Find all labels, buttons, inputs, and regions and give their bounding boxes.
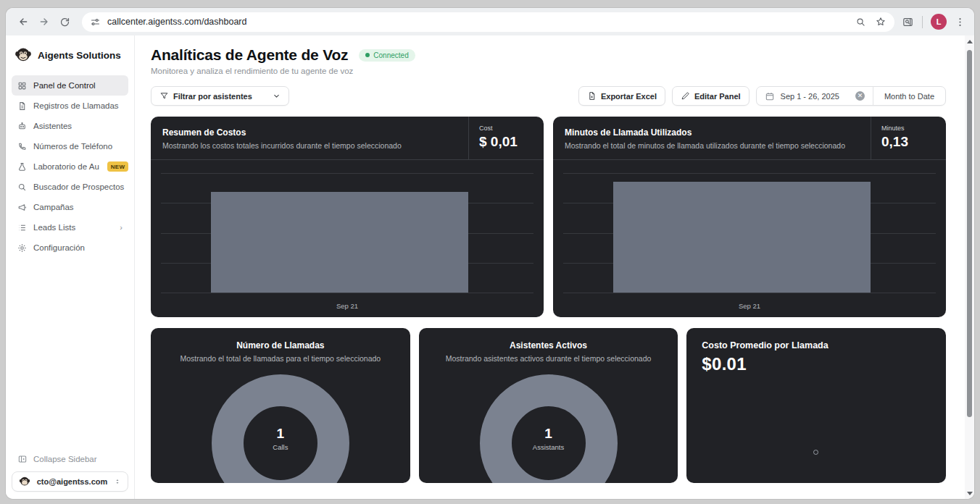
account-email: cto@aigentss.com <box>36 477 109 486</box>
address-bar[interactable]: callcenter.aigentss.com/dashboard <box>82 12 894 32</box>
minutes-card-header: Minutos de Llamada Utilizados Mostrando … <box>553 117 946 160</box>
status-badge: Connected <box>359 49 415 62</box>
avg-cost-title: Costo Promedio por Llamada <box>702 340 931 350</box>
sidebar-item-laboratorio[interactable]: Laboratorio de Au NEW <box>12 156 128 177</box>
cost-card-header: Resumen de Costos Mostrando los costos t… <box>151 117 544 160</box>
chevron-down-icon <box>273 92 281 100</box>
date-range-control: Sep 1 - 26, 2025 ✕ Month to Date <box>756 86 946 106</box>
bookmark-star-icon[interactable] <box>875 16 886 28</box>
page-title: Analíticas de Agente de Voz <box>151 46 348 64</box>
assistants-unit: Assistants <box>533 443 564 451</box>
list-icon <box>17 223 27 232</box>
active-assistants-card: Asistentes Activos Mostrando asistentes … <box>419 328 678 483</box>
assistants-card-subtitle: Mostrando asistentes activos durante el … <box>419 354 678 363</box>
sidebar-item-leads-lists[interactable]: Leads Lists › <box>12 217 128 238</box>
sidebar-item-label: Laboratorio de Au <box>33 162 99 171</box>
sidebar-item-panel-de-control[interactable]: Panel de Control <box>12 75 128 96</box>
browser-actions: L <box>902 14 967 30</box>
gridline <box>563 293 936 293</box>
minutes-x-axis-label: Sep 21 <box>553 302 946 310</box>
month-to-date-button[interactable]: Month to Date <box>873 92 945 101</box>
minutes-bar-chart[interactable]: Sep 21 <box>553 160 946 317</box>
account-monkey-avatar-icon <box>19 476 30 487</box>
scrollbar-down-arrow-icon[interactable] <box>967 492 973 495</box>
filter-assistants-dropdown[interactable]: Filtrar por asistentes <box>151 86 289 106</box>
back-arrow-icon <box>17 16 29 28</box>
avg-cost-data-point <box>813 450 818 455</box>
sidebar-item-buscador-de-prospectos[interactable]: Buscador de Prospectos <box>12 177 128 197</box>
cost-bar[interactable] <box>211 192 468 293</box>
profile-avatar[interactable]: L <box>931 14 947 30</box>
page-scrollbar[interactable] <box>965 35 974 499</box>
bot-icon <box>17 122 27 131</box>
minutes-card-subtitle: Mostrando el total de minutos de llamada… <box>565 141 859 150</box>
cost-stat-label: Cost <box>479 125 533 132</box>
clear-date-button[interactable]: ✕ <box>855 91 865 101</box>
filter-dropdown-label: Filtrar por asistentes <box>173 92 252 101</box>
minutes-stat-label: Minutes <box>881 125 936 132</box>
document-icon <box>17 101 27 111</box>
phone-icon <box>17 142 27 151</box>
sidebar-item-label: Registros de Llamadas <box>33 101 119 110</box>
minutes-stat: Minutes 0,13 <box>871 117 946 159</box>
reload-button[interactable] <box>55 12 75 32</box>
gridline <box>563 173 936 174</box>
minutes-bar[interactable] <box>613 182 871 293</box>
cost-summary-card: Resumen de Costos Mostrando los costos t… <box>151 117 544 317</box>
flask-icon <box>17 162 27 172</box>
minutes-stat-value: 0,13 <box>881 134 936 150</box>
edit-panel-button[interactable]: Editar Panel <box>672 86 749 106</box>
date-range-button[interactable]: Sep 1 - 26, 2025 ✕ <box>757 91 873 101</box>
date-range-label: Sep 1 - 26, 2025 <box>781 92 839 101</box>
site-settings-icon[interactable] <box>90 17 101 28</box>
sidebar-item-label: Campañas <box>33 203 74 211</box>
calls-donut-center: 1 Calls <box>212 374 349 483</box>
account-switcher[interactable]: cto@aigentss.com <box>12 471 128 492</box>
brand-name: Aigents Solutions <box>38 50 121 61</box>
reload-icon <box>59 17 70 28</box>
cost-stat-value: $ 0,01 <box>479 134 533 150</box>
filter-funnel-icon <box>159 91 169 101</box>
aigents-monkey-logo-icon <box>14 46 32 64</box>
sidebar-item-registros-de-llamadas[interactable]: Registros de Llamadas <box>12 96 128 116</box>
new-badge: NEW <box>107 161 129 172</box>
collapse-panel-icon <box>17 454 28 464</box>
select-updown-icon <box>114 477 121 486</box>
export-excel-label: Exportar Excel <box>601 92 657 101</box>
kebab-menu-icon[interactable] <box>955 17 966 28</box>
forward-button[interactable] <box>34 12 54 32</box>
page-subtitle: Monitorea y analiza el rendimiento de tu… <box>151 67 946 75</box>
calls-card-title: Número de Llamadas <box>151 340 410 350</box>
sidebar-item-numeros-de-telefono[interactable]: Números de Teléfono <box>12 136 128 156</box>
export-excel-button[interactable]: Exportar Excel <box>578 86 665 106</box>
toolbar: Filtrar por asistentes Exportar Excel Ed… <box>151 86 946 106</box>
scrollbar-up-arrow-icon[interactable] <box>967 40 973 43</box>
assistants-value: 1 <box>544 426 552 442</box>
minutes-card-title: Minutos de Llamada Utilizados <box>565 127 859 138</box>
search-icon <box>17 182 27 192</box>
cost-x-axis-label: Sep 21 <box>151 302 544 310</box>
minutes-used-card: Minutos de Llamada Utilizados Mostrando … <box>553 117 946 317</box>
sidebar-item-configuracion[interactable]: Configuración <box>12 238 128 258</box>
cost-bar-chart[interactable]: Sep 21 <box>151 160 544 317</box>
status-badge-label: Connected <box>373 51 408 59</box>
url-text[interactable]: callcenter.aigentss.com/dashboard <box>107 17 246 27</box>
grid-icon <box>17 81 27 91</box>
collapse-sidebar-button[interactable]: Collapse Sidebar <box>12 453 128 466</box>
calls-value: 1 <box>277 426 285 442</box>
collapse-sidebar-label: Collapse Sidebar <box>33 455 97 463</box>
brand: Aigents Solutions <box>12 45 128 75</box>
side-panel-search-icon[interactable] <box>902 16 914 28</box>
browser-window: callcenter.aigentss.com/dashboard L Aige… <box>6 8 974 499</box>
edit-panel-label: Editar Panel <box>694 92 741 101</box>
sidebar-item-asistentes[interactable]: Asistentes <box>12 116 128 136</box>
calls-unit: Calls <box>273 443 288 451</box>
gridline <box>161 173 533 174</box>
zoom-icon[interactable] <box>855 17 866 28</box>
back-button[interactable] <box>13 12 33 32</box>
calls-card-subtitle: Mostrando el total de llamadas para el t… <box>151 354 410 363</box>
scrollbar-thumb[interactable] <box>967 50 972 417</box>
cost-stat: Cost $ 0,01 <box>468 117 544 159</box>
sidebar-item-campanas[interactable]: Campañas <box>12 197 128 217</box>
sidebar-item-label: Buscador de Prospectos <box>33 182 124 191</box>
